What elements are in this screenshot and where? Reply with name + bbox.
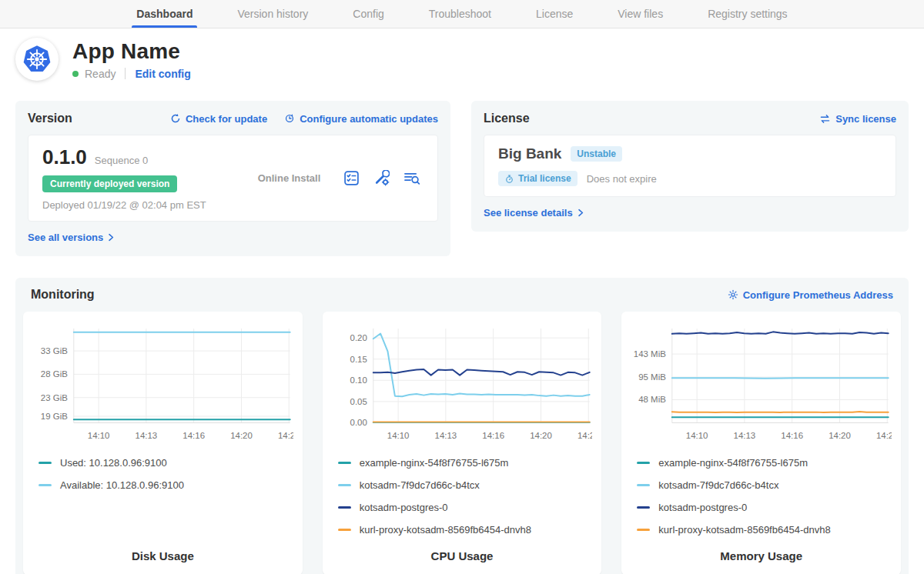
svg-text:14:20: 14:20 [230,431,253,440]
chart-title: Disk Usage [32,549,293,564]
svg-text:14:23: 14:23 [578,431,593,440]
kubernetes-logo-icon [15,38,59,81]
svg-text:14:23: 14:23 [876,431,892,440]
svg-text:14:16: 14:16 [782,431,804,440]
deploy-logs-icon[interactable] [403,170,420,186]
legend-color-dash [338,462,351,464]
svg-text:14:16: 14:16 [482,431,504,440]
legend-label: example-nginx-54f8f76755-l675m [360,457,509,469]
chart-legend: example-nginx-54f8f76755-l675mkotsadm-7f… [332,451,593,546]
preflight-checks-icon[interactable] [343,170,360,186]
svg-text:23 GiB: 23 GiB [41,393,68,402]
svg-text:14:23: 14:23 [278,431,293,440]
legend-label: Used: 10.128.0.96:9100 [60,457,167,469]
svg-text:0.15: 0.15 [350,355,367,364]
configure-prometheus-link[interactable]: Configure Prometheus Address [728,289,893,301]
configure-automatic-updates-link[interactable]: Configure automatic updates [284,113,438,125]
disk-usage-chart: 14:1014:1314:1614:2014:2319 GiB23 GiB28 … [23,312,303,574]
legend-label: Available: 10.128.0.96:9100 [60,479,184,491]
svg-text:14:13: 14:13 [734,431,756,440]
legend-color-dash [637,529,650,531]
legend-color-dash [38,462,52,464]
customer-name: Big Bank [498,145,561,162]
edit-config-link[interactable]: Edit config [135,68,190,80]
tab-registry-settings[interactable]: Registry settings [706,0,788,28]
sync-license-link[interactable]: Sync license [819,113,896,125]
tab-troubleshoot[interactable]: Troubleshoot [427,0,493,28]
gear-icon [728,289,738,300]
legend-item: kotsadm-postgres-0 [338,502,587,513]
legend-item: kurl-proxy-kotsadm-8569fb6454-dnvh8 [637,524,886,536]
install-type-label: Online Install [235,172,343,184]
deployed-timestamp: Deployed 01/19/22 @ 02:04 pm EST [42,199,235,211]
legend-item: Used: 10.128.0.96:9100 [38,457,287,469]
legend-label: kotsadm-postgres-0 [360,502,448,513]
legend-color-dash [338,529,351,531]
channel-badge: Unstable [571,146,622,162]
legend-item: kurl-proxy-kotsadm-8569fb6454-dnvh8 [338,524,587,536]
see-all-versions-link[interactable]: See all versions [28,232,115,243]
tab-dashboard[interactable]: Dashboard [135,0,194,28]
legend-item: kotsadm-7f9dc7d66c-b4tcx [338,479,587,491]
monitoring-section: Monitoring Configure Prometheus Address [15,278,909,574]
tab-config[interactable]: Config [351,0,385,28]
legend-label: kotsadm-postgres-0 [658,502,747,513]
see-license-details-link[interactable]: See license details [484,207,584,219]
svg-text:14:13: 14:13 [434,431,457,440]
svg-text:14:13: 14:13 [136,431,158,440]
svg-text:19 GiB: 19 GiB [41,412,68,421]
license-expiry-text: Does not expire [587,173,657,185]
top-nav: Dashboard Version history Config Trouble… [0,0,924,28]
legend-item: kotsadm-postgres-0 [637,502,886,513]
license-card: License Sync license Big Bank Unstable [471,101,909,232]
svg-text:0.20: 0.20 [350,333,367,342]
legend-label: kotsadm-7f9dc7d66c-b4tcx [658,479,778,491]
sync-icon [819,114,831,124]
chart-legend: example-nginx-54f8f76755-l675mkotsadm-7f… [631,451,892,546]
legend-item: example-nginx-54f8f76755-l675m [338,457,587,469]
chevron-right-icon [577,209,584,217]
svg-text:14:10: 14:10 [88,431,110,440]
clock-refresh-icon [284,113,295,124]
refresh-icon [170,113,181,124]
trial-license-badge: Trial license [498,171,578,186]
chart-plot-area: 14:1014:1314:1614:2014:2348 MiB95 MiB143… [631,321,892,451]
tab-license[interactable]: License [534,0,574,28]
version-card-title: Version [28,112,72,125]
version-card: Version Check for update Configure au [15,101,450,256]
svg-text:143 MiB: 143 MiB [634,349,666,359]
svg-text:14:16: 14:16 [182,431,205,440]
legend-color-dash [38,484,52,486]
tab-version-history[interactable]: Version history [236,0,310,28]
app-header: App Name Ready Edit config [0,28,924,81]
svg-text:14:20: 14:20 [530,431,552,440]
svg-text:14:20: 14:20 [829,431,852,440]
svg-text:95 MiB: 95 MiB [639,372,667,382]
current-version-box: 0.1.0 Sequence 0 Currently deployed vers… [28,135,438,222]
check-for-update-link[interactable]: Check for update [170,113,267,125]
config-wrench-icon[interactable] [373,170,390,186]
legend-color-dash [338,506,351,509]
legend-item: example-nginx-54f8f76755-l675m [637,457,886,469]
chart-plot-area: 14:1014:1314:1614:2014:230.000.050.100.1… [332,321,593,451]
legend-color-dash [637,484,650,486]
legend-label: kotsadm-7f9dc7d66c-b4tcx [360,479,480,491]
legend-color-dash [637,462,650,464]
svg-text:0.00: 0.00 [350,418,367,427]
svg-text:14:10: 14:10 [686,431,708,440]
version-number: 0.1.0 [42,145,87,169]
license-box: Big Bank Unstable Trial license Does not… [484,135,896,197]
legend-color-dash [637,506,650,509]
monitoring-title: Monitoring [31,288,95,302]
legend-label: kurl-proxy-kotsadm-8569fb6454-dnvh8 [658,524,830,536]
status-text: Ready [85,68,116,80]
chevron-right-icon [107,233,115,242]
chart-title: Memory Usage [631,549,892,564]
svg-text:28 GiB: 28 GiB [41,369,68,379]
license-card-title: License [484,112,530,125]
tab-view-files[interactable]: View files [616,0,665,28]
divider [125,68,126,79]
svg-text:33 GiB: 33 GiB [41,346,68,355]
memory-usage-chart: 14:1014:1314:1614:2014:2348 MiB95 MiB143… [621,312,901,574]
sequence-label: Sequence 0 [95,155,148,166]
